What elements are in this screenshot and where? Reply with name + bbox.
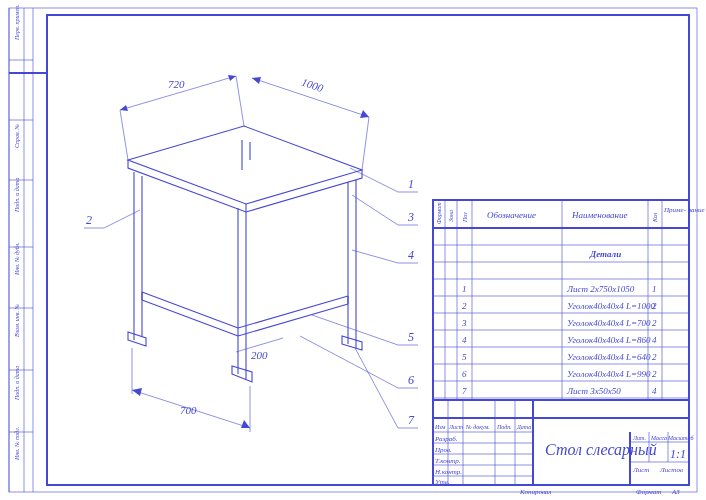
sidebar: Инв. № подл. Подп. и дата Взам. инв. № И… xyxy=(9,4,33,492)
leader-num: 1 xyxy=(408,177,414,191)
svg-line-53 xyxy=(312,315,398,345)
bom-qty: 1 xyxy=(652,284,657,294)
svg-line-33 xyxy=(142,300,238,336)
sidebar-label: Инв. № подл. xyxy=(14,427,20,461)
dim-720: 720 xyxy=(120,75,244,160)
leader-num: 6 xyxy=(408,373,414,387)
tb-mass: Масса xyxy=(650,435,667,441)
svg-rect-78 xyxy=(433,400,689,418)
bom-name: Лист 3х50х50 xyxy=(566,386,621,396)
svg-line-34 xyxy=(238,304,348,336)
bom-name: Лист 2х750х1050 xyxy=(566,284,635,294)
leader-num: 5 xyxy=(408,330,414,344)
bom-h-designation: Обозначение xyxy=(487,210,536,220)
tb-left: Разраб. xyxy=(434,435,458,443)
bom-h-qty: Кол xyxy=(652,212,658,223)
bom-qty: 2 xyxy=(652,369,657,379)
tb-head: Подп. xyxy=(496,424,512,430)
dim-value: 1000 xyxy=(300,76,325,94)
bom-qty: 2 xyxy=(652,352,657,362)
svg-marker-16 xyxy=(228,75,236,81)
footer-copy: Копировал xyxy=(519,488,551,496)
svg-line-51 xyxy=(352,250,398,263)
bom-name: Уголок40х40х4 L=1000 xyxy=(567,301,655,311)
dim-value: 200 xyxy=(251,349,268,361)
svg-line-14 xyxy=(236,76,244,126)
dim-700: 700 xyxy=(132,348,250,432)
leader-num: 3 xyxy=(407,210,414,224)
svg-rect-60 xyxy=(433,200,689,228)
bom-qty: 4 xyxy=(652,335,657,345)
svg-marker-32 xyxy=(342,336,362,350)
bom-name: Уголок40х40х4 L=860 xyxy=(567,335,651,345)
bom-pos: 1 xyxy=(462,284,467,294)
svg-line-35 xyxy=(142,292,238,328)
svg-marker-44 xyxy=(241,420,250,428)
svg-marker-15 xyxy=(120,105,128,111)
footer-format: Формат xyxy=(636,488,661,496)
footer-format-val: А3 xyxy=(671,488,680,496)
tb-head: Дата xyxy=(516,424,531,430)
title-block: Изм Лист № докум. Подп. Дата Разраб. Про… xyxy=(433,400,695,486)
svg-line-45 xyxy=(350,168,398,192)
bom-pos: 4 xyxy=(462,335,467,345)
bom-section: Детали xyxy=(589,249,621,259)
bom-qty: 2 xyxy=(652,318,657,328)
tb-head: Изм xyxy=(434,424,446,430)
svg-marker-21 xyxy=(128,126,362,204)
dim-200: 200 xyxy=(236,338,283,361)
bom-h-note: Приме- чание xyxy=(663,206,705,214)
dim-value: 720 xyxy=(168,78,185,90)
bom-name: Уголок40х40х4 L=640 xyxy=(567,352,651,362)
leader-num: 4 xyxy=(408,248,414,262)
svg-marker-20 xyxy=(360,110,369,118)
tb-left: Н.контр. xyxy=(434,468,462,476)
tb-scale-val: 1:1 xyxy=(670,447,686,461)
sidebar-label: Взам. инв. № xyxy=(14,304,20,337)
dim-1000: 1000 xyxy=(252,76,369,170)
bom-qty: 4 xyxy=(652,386,657,396)
dim-value: 700 xyxy=(180,404,197,416)
tb-left: Пров. xyxy=(434,446,452,454)
svg-marker-31 xyxy=(232,366,252,382)
bom-pos: 5 xyxy=(462,352,467,362)
tb-left: Утв. xyxy=(435,478,450,486)
bom-h-pos: Поз xyxy=(462,212,468,223)
bom-name: Уголок40х40х4 L=700 xyxy=(567,318,651,328)
bom-h-name: Наименование xyxy=(571,210,628,220)
tb-scale: Масштаб xyxy=(667,435,695,441)
svg-line-55 xyxy=(300,336,398,388)
tb-lit: Лит. xyxy=(632,435,646,441)
svg-line-18 xyxy=(362,117,369,170)
sidebar-label: Подп. и дата xyxy=(14,178,20,213)
tb-left: Т.контр. xyxy=(435,457,461,465)
svg-line-36 xyxy=(238,296,348,328)
bom-qty: 2 xyxy=(652,301,657,311)
tb-head: Лист xyxy=(448,424,464,430)
drawing-title: Стол слесарный xyxy=(545,441,657,459)
table-drawing: 720 1000 xyxy=(84,75,418,432)
svg-rect-59 xyxy=(433,200,689,400)
tb-head: № докум. xyxy=(465,424,490,430)
bom-pos: 3 xyxy=(461,318,467,328)
svg-marker-43 xyxy=(132,388,142,396)
sidebar-label: Перв. примен. xyxy=(14,4,20,41)
svg-line-57 xyxy=(355,348,398,428)
bom-h-zone: Зона xyxy=(448,210,454,222)
svg-line-47 xyxy=(104,210,140,228)
tb-sheets: Листов xyxy=(659,466,683,474)
sidebar-label: Инв. № дубл. xyxy=(14,242,20,276)
leader-num: 7 xyxy=(408,413,415,427)
bom-h-format: Формат xyxy=(436,202,442,224)
bom-pos: 2 xyxy=(462,301,467,311)
sidebar-label: Подп. и дата xyxy=(14,366,20,401)
svg-line-13 xyxy=(120,110,128,160)
leader-num: 2 xyxy=(86,213,92,227)
bom-pos: 6 xyxy=(462,369,467,379)
svg-marker-30 xyxy=(128,332,146,346)
svg-line-49 xyxy=(352,195,398,225)
sidebar-label: Справ. № xyxy=(14,123,20,148)
svg-marker-19 xyxy=(252,77,261,84)
bom-name: Уголок40х40х4 L=990 xyxy=(567,369,651,379)
tb-sheet: Лист xyxy=(632,466,649,474)
